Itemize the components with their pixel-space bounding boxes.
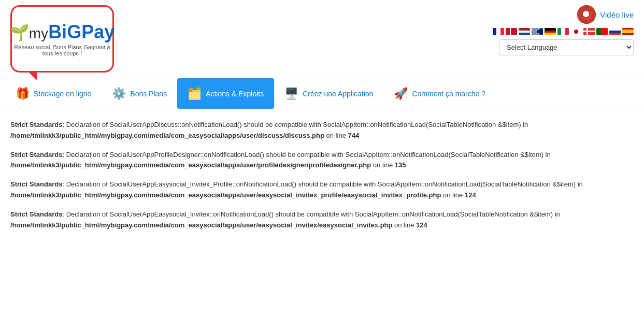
flag-ru[interactable]: [609, 28, 621, 35]
nav-bons-plans-icon: ⚙️: [112, 87, 126, 100]
logo-pay: Pay: [81, 21, 115, 42]
flag-es[interactable]: [622, 28, 634, 35]
error-block-0: Strict Standards: Declaration of SocialU…: [10, 120, 611, 141]
flag-it[interactable]: [557, 28, 569, 35]
nav-bons-plans-label: Bons Plans: [130, 90, 167, 98]
error-filepath-1: /home/tmlinkk3/public_html/mybigpay.com/…: [10, 161, 371, 169]
page-header: 🌱 myBiGPay Réseau social, Bons Plans Gag…: [0, 0, 644, 78]
flag-no[interactable]: [583, 28, 595, 35]
nav-creez-icon: 🖥️: [284, 87, 298, 100]
error-filepath-2: /home/tmlinkk3/public_html/mybigpay.com/…: [10, 191, 441, 199]
error-filepath-3: /home/tmlinkk3/public_html/mybigpay.com/…: [10, 221, 392, 229]
error-online-2: on line: [443, 191, 465, 199]
nav-actions-icon: 🗂️: [188, 87, 202, 100]
nav-creez-label: Créez une Application: [303, 90, 373, 98]
svg-point-0: [577, 5, 596, 24]
flag-ja[interactable]: [570, 28, 582, 35]
error-message-2: : Declaration of SocialUserAppEasysocial…: [62, 180, 582, 188]
nav-comment-label: Comment ça marche ?: [412, 90, 485, 98]
flag-da[interactable]: [506, 28, 517, 35]
svg-point-1: [581, 9, 592, 20]
language-select[interactable]: Select Language Français English Deutsch…: [499, 39, 634, 55]
nav-stockage[interactable]: 🎁 Stockage en ligne: [5, 78, 102, 109]
error-message-0: : Declaration of SocialUserAppDiscuss::o…: [62, 121, 528, 128]
error-block-3: Strict Standards: Declaration of SocialU…: [10, 209, 611, 231]
error-block-2: Strict Standards: Declaration of SocialU…: [10, 179, 611, 201]
video-live-link[interactable]: Vidéo live: [577, 5, 634, 24]
logo-big: BiG: [48, 21, 81, 42]
error-filepath-0: /home/tmlinkk3/public_html/mybigpay.com/…: [10, 132, 324, 139]
error-linenum-2: 124: [465, 191, 476, 199]
flag-nl[interactable]: [519, 28, 530, 35]
flag-fr[interactable]: [493, 28, 504, 35]
svg-point-2: [584, 12, 589, 17]
nav-comment[interactable]: 🚀 Comment ça marche ?: [383, 78, 496, 109]
nav-creez[interactable]: 🖥️ Créez une Application: [274, 78, 383, 109]
camera-icon: [577, 5, 596, 24]
error-message-3: : Declaration of SocialUserAppEasysocial…: [62, 210, 560, 218]
logo-top: 🌱 myBiGPay: [10, 21, 115, 43]
nav-bons-plans[interactable]: ⚙️ Bons Plans: [102, 78, 177, 109]
error-linenum-0: 744: [348, 132, 359, 139]
error-label-1: Strict Standards: [10, 151, 62, 158]
nav-stockage-icon: 🎁: [16, 87, 30, 100]
flag-pt[interactable]: [596, 28, 608, 35]
error-linenum-1: 135: [395, 161, 406, 169]
video-live-icon: [577, 5, 596, 24]
error-online-3: on line: [394, 221, 416, 229]
logo-box: 🌱 myBiGPay Réseau social, Bons Plans Gag…: [10, 5, 114, 73]
error-message-1: : Declaration of SocialUserAppProfileDes…: [62, 151, 550, 158]
error-linenum-3: 124: [416, 221, 427, 229]
error-label-0: Strict Standards: [10, 121, 62, 128]
logo-tagline: Réseau social, Bons Plans Gagnant à tous…: [10, 44, 115, 56]
video-live-label: Vidéo live: [600, 10, 634, 19]
svg-point-3: [585, 13, 588, 16]
error-online-0: on line: [326, 132, 348, 139]
error-online-1: on line: [373, 161, 395, 169]
plant-icon: 🌱: [10, 23, 29, 41]
flags-row: [493, 28, 634, 35]
nav-actions-label: Actions & Exploits: [206, 90, 264, 98]
nav-stockage-label: Stockage en ligne: [34, 90, 91, 98]
error-block-1: Strict Standards: Declaration of SocialU…: [10, 150, 611, 171]
logo-inner: 🌱 myBiGPay Réseau social, Bons Plans Gag…: [10, 21, 115, 56]
main-content: Strict Standards: Declaration of SocialU…: [0, 109, 622, 249]
logo-area: 🌱 myBiGPay Réseau social, Bons Plans Gag…: [10, 5, 114, 73]
logo-my: my: [29, 25, 48, 41]
header-right: Vidéo live Select Language Français Engl…: [493, 5, 634, 55]
nav-actions[interactable]: 🗂️ Actions & Exploits: [177, 78, 274, 109]
error-label-2: Strict Standards: [10, 180, 62, 188]
error-label-3: Strict Standards: [10, 210, 62, 218]
flag-en[interactable]: [532, 28, 543, 35]
nav-comment-icon: 🚀: [394, 87, 408, 100]
main-nav: 🎁 Stockage en ligne ⚙️ Bons Plans 🗂️ Act…: [0, 78, 644, 109]
logo-text: myBiGPay: [29, 21, 115, 43]
flag-de[interactable]: [545, 28, 556, 35]
